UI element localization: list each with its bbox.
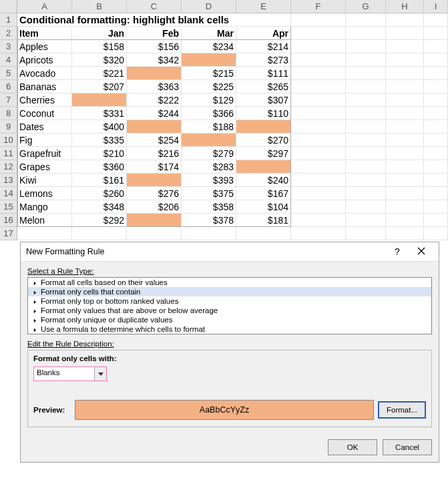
- item-name[interactable]: Grapes: [17, 160, 72, 174]
- cell[interactable]: [424, 107, 448, 120]
- cell[interactable]: [386, 187, 424, 200]
- cell[interactable]: [346, 174, 386, 187]
- data-cell[interactable]: $156: [127, 40, 182, 53]
- item-name[interactable]: Kiwi: [17, 174, 72, 187]
- cell[interactable]: [424, 53, 448, 67]
- cell[interactable]: [386, 27, 424, 40]
- cell[interactable]: [291, 93, 346, 107]
- data-cell[interactable]: $244: [127, 107, 182, 120]
- data-cell[interactable]: [127, 174, 182, 187]
- data-cell[interactable]: $234: [182, 40, 236, 53]
- cell[interactable]: [386, 120, 424, 134]
- row-header[interactable]: 4: [0, 53, 17, 67]
- cell[interactable]: [346, 134, 386, 147]
- cell[interactable]: [346, 227, 386, 240]
- cell[interactable]: [386, 107, 424, 120]
- cell[interactable]: [291, 40, 346, 53]
- data-cell[interactable]: $348: [72, 200, 127, 214]
- cell[interactable]: [424, 27, 448, 40]
- data-cell[interactable]: $254: [127, 134, 182, 147]
- row-header[interactable]: 15: [0, 200, 17, 214]
- row-header[interactable]: 13: [0, 174, 17, 187]
- data-cell[interactable]: [236, 160, 291, 174]
- data-cell[interactable]: $363: [127, 80, 182, 93]
- data-cell[interactable]: $342: [127, 53, 182, 67]
- cell[interactable]: [291, 80, 346, 93]
- data-cell[interactable]: $335: [72, 134, 127, 147]
- row-header[interactable]: 6: [0, 80, 17, 93]
- data-cell[interactable]: $174: [127, 160, 182, 174]
- data-cell[interactable]: $210: [72, 147, 127, 160]
- cell[interactable]: [424, 227, 448, 240]
- cell[interactable]: [386, 67, 424, 80]
- cell[interactable]: [291, 13, 346, 27]
- rule-type-item[interactable]: Format only cells that contain: [28, 287, 431, 296]
- cell[interactable]: [17, 227, 72, 240]
- col-header[interactable]: [0, 0, 17, 13]
- row-header[interactable]: 11: [0, 147, 17, 160]
- cell[interactable]: [291, 200, 346, 214]
- item-name[interactable]: Melon: [17, 214, 72, 227]
- data-cell[interactable]: $167: [236, 187, 291, 200]
- table-header[interactable]: Item: [17, 27, 72, 40]
- row-header[interactable]: 17: [0, 227, 17, 240]
- data-cell[interactable]: $222: [127, 93, 182, 107]
- cell[interactable]: [346, 160, 386, 174]
- cell[interactable]: [346, 107, 386, 120]
- data-cell[interactable]: $400: [72, 120, 127, 134]
- rule-type-item[interactable]: Format only top or bottom ranked values: [28, 296, 431, 306]
- cell[interactable]: [424, 200, 448, 214]
- col-header[interactable]: G: [346, 0, 386, 13]
- cell[interactable]: [424, 67, 448, 80]
- data-cell[interactable]: $270: [236, 134, 291, 147]
- item-name[interactable]: Apricots: [17, 53, 72, 67]
- col-header[interactable]: E: [236, 0, 291, 13]
- close-button[interactable]: [409, 246, 433, 257]
- data-cell[interactable]: $276: [127, 187, 182, 200]
- cell[interactable]: [346, 93, 386, 107]
- data-cell[interactable]: $110: [236, 107, 291, 120]
- cell[interactable]: [424, 13, 448, 27]
- data-cell[interactable]: $206: [127, 200, 182, 214]
- item-name[interactable]: Grapefruit: [17, 147, 72, 160]
- cell[interactable]: [386, 227, 424, 240]
- data-cell[interactable]: $358: [182, 200, 236, 214]
- table-header[interactable]: Mar: [182, 27, 236, 40]
- data-cell[interactable]: $188: [182, 120, 236, 134]
- cell[interactable]: [386, 214, 424, 227]
- data-cell[interactable]: $366: [182, 107, 236, 120]
- data-cell[interactable]: [127, 214, 182, 227]
- cell[interactable]: [346, 40, 386, 53]
- data-cell[interactable]: [72, 93, 127, 107]
- cell[interactable]: [291, 27, 346, 40]
- data-cell[interactable]: $273: [236, 53, 291, 67]
- spreadsheet-grid[interactable]: ABCDEFGHI1Conditional formatting: highli…: [0, 0, 448, 240]
- row-header[interactable]: 1: [0, 13, 17, 27]
- cell[interactable]: [424, 134, 448, 147]
- rule-type-item[interactable]: Format all cells based on their values: [28, 278, 431, 287]
- col-header[interactable]: F: [291, 0, 346, 13]
- data-cell[interactable]: $265: [236, 80, 291, 93]
- cell[interactable]: [424, 187, 448, 200]
- data-cell[interactable]: $283: [182, 160, 236, 174]
- data-cell[interactable]: $225: [182, 80, 236, 93]
- data-cell[interactable]: $161: [72, 174, 127, 187]
- item-name[interactable]: Bananas: [17, 80, 72, 93]
- cell[interactable]: [424, 80, 448, 93]
- data-cell[interactable]: [236, 120, 291, 134]
- item-name[interactable]: Apples: [17, 40, 72, 53]
- row-header[interactable]: 16: [0, 214, 17, 227]
- data-cell[interactable]: $331: [72, 107, 127, 120]
- cell[interactable]: [346, 187, 386, 200]
- data-cell[interactable]: $181: [236, 214, 291, 227]
- row-header[interactable]: 5: [0, 67, 17, 80]
- row-header[interactable]: 12: [0, 160, 17, 174]
- data-cell[interactable]: $260: [72, 187, 127, 200]
- cell[interactable]: [424, 160, 448, 174]
- cell[interactable]: [291, 107, 346, 120]
- data-cell[interactable]: [127, 120, 182, 134]
- cell[interactable]: [291, 67, 346, 80]
- cell[interactable]: [346, 120, 386, 134]
- item-name[interactable]: Fig: [17, 134, 72, 147]
- cell[interactable]: [291, 174, 346, 187]
